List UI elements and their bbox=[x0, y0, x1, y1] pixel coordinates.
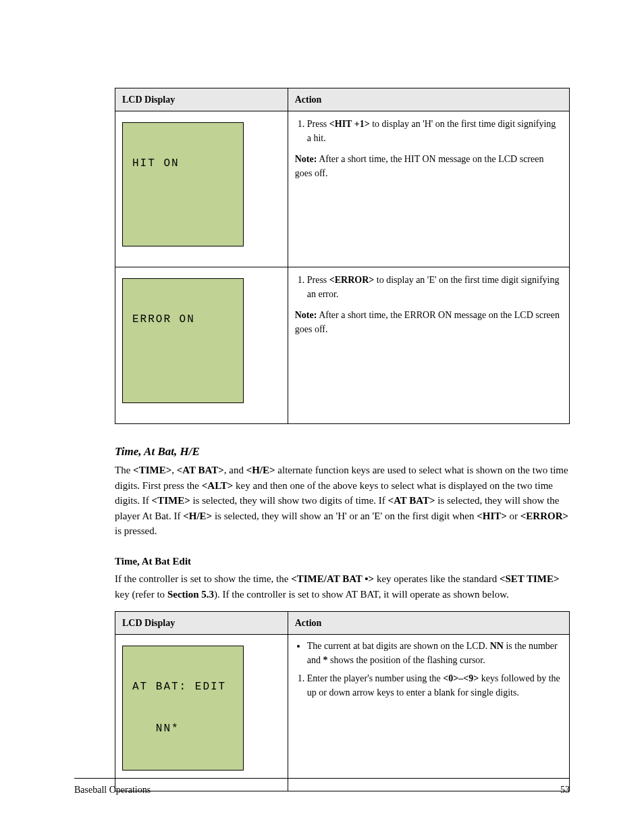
t: shows the position of the flashing curso… bbox=[327, 655, 485, 665]
footer-left: Baseball Operations bbox=[74, 783, 151, 797]
lcd-line-2 bbox=[132, 199, 234, 213]
table-row: AT BAT: EDIT NN* The current at bat digi… bbox=[115, 635, 570, 791]
step-prefix: Press bbox=[307, 119, 329, 129]
section-title-time-atbat-he: Time, At Bat, H/E bbox=[115, 443, 570, 461]
key-ref: <HIT> bbox=[477, 511, 507, 521]
lcd-cell: AT BAT: EDIT NN* bbox=[115, 635, 288, 791]
lcd-cell: HIT ON bbox=[115, 111, 288, 267]
table-row: HIT ON Press <HIT +1> to display an 'H' … bbox=[115, 111, 570, 267]
action-step: Press <ERROR> to display an 'E' on the f… bbox=[307, 273, 562, 301]
action-note: Note: After a short time, the ERROR ON m… bbox=[295, 308, 562, 336]
step-prefix: Enter the player's number using the bbox=[307, 673, 444, 683]
header-action: Action bbox=[288, 612, 569, 635]
action-steps: Press <HIT +1> to display an 'H' on the … bbox=[307, 117, 562, 145]
lcd-display: HIT ON bbox=[122, 122, 244, 246]
t: NN bbox=[490, 641, 504, 651]
lcd-action-table-2: LCD Display Action AT BAT: EDIT NN* The … bbox=[115, 611, 570, 791]
page-footer: Baseball Operations 53 bbox=[74, 783, 570, 797]
key-ref: <ERROR> bbox=[520, 511, 568, 521]
step-key: <ERROR> bbox=[329, 275, 375, 285]
lcd-line-1: ERROR ON bbox=[132, 313, 234, 327]
t: The current at bat digits are shown on t… bbox=[307, 641, 490, 651]
key-ref: <H/E> bbox=[246, 465, 275, 475]
footer-rule bbox=[74, 778, 570, 779]
lcd-line-2: NN* bbox=[132, 722, 234, 736]
subsection-paragraph: If the controller is set to show the tim… bbox=[115, 571, 570, 602]
action-bullets: The current at bat digits are shown on t… bbox=[307, 639, 562, 667]
key-ref: <ALT> bbox=[202, 480, 234, 491]
header-lcd: LCD Display bbox=[115, 88, 288, 111]
action-steps: Enter the player's number using the <0>–… bbox=[307, 671, 562, 700]
header-lcd: LCD Display bbox=[115, 612, 288, 635]
header-action: Action bbox=[288, 88, 569, 111]
key-ref: <TIME> bbox=[133, 465, 171, 475]
table-header-row: LCD Display Action bbox=[115, 88, 570, 111]
key-ref: <TIME> bbox=[152, 495, 190, 506]
bullet-item: The current at bat digits are shown on t… bbox=[307, 639, 562, 667]
key-ref: <H/E> bbox=[183, 511, 212, 521]
key-ref: <SET TIME> bbox=[500, 573, 560, 584]
note-text: After a short time, the ERROR ON message… bbox=[295, 310, 560, 334]
note-label: Note: bbox=[295, 310, 317, 320]
table-header-row: LCD Display Action bbox=[115, 612, 570, 635]
action-note: Note: After a short time, the HIT ON mes… bbox=[295, 152, 562, 180]
subsection-title-time-atbat-edit: Time, At Bat Edit bbox=[115, 554, 570, 569]
action-step: Press <HIT +1> to display an 'H' on the … bbox=[307, 117, 562, 145]
lcd-display: ERROR ON bbox=[122, 278, 244, 402]
note-text: After a short time, the HIT ON message o… bbox=[295, 154, 544, 178]
key-ref: <TIME/AT BAT •> bbox=[291, 573, 374, 584]
lcd-line-1: HIT ON bbox=[132, 157, 234, 171]
lcd-action-table-1: LCD Display Action HIT ON Press <HIT +1>… bbox=[115, 88, 570, 424]
step-prefix: Press bbox=[307, 275, 329, 285]
action-cell: Press <HIT +1> to display an 'H' on the … bbox=[288, 111, 569, 267]
action-cell: The current at bat digits are shown on t… bbox=[288, 635, 569, 791]
lcd-line-2 bbox=[132, 355, 234, 369]
step-key: <0>–<9> bbox=[443, 673, 479, 683]
step-key: <HIT +1> bbox=[329, 119, 370, 129]
lcd-line-1: AT BAT: EDIT bbox=[132, 680, 234, 694]
action-cell: Press <ERROR> to display an 'E' on the f… bbox=[288, 267, 569, 423]
key-ref: <AT BAT> bbox=[177, 465, 224, 475]
section-paragraph: The <TIME>, <AT BAT>, and <H/E> alternat… bbox=[115, 463, 570, 539]
note-label: Note: bbox=[295, 154, 317, 164]
key-ref: <AT BAT> bbox=[388, 495, 435, 506]
action-step: Enter the player's number using the <0>–… bbox=[307, 671, 562, 700]
lcd-cell: ERROR ON bbox=[115, 267, 288, 423]
bold-ref: Section 5.3 bbox=[167, 589, 214, 600]
lcd-display: AT BAT: EDIT NN* bbox=[122, 646, 244, 770]
table-row: ERROR ON Press <ERROR> to display an 'E'… bbox=[115, 267, 570, 423]
footer-right: 53 bbox=[560, 783, 570, 797]
action-steps: Press <ERROR> to display an 'E' on the f… bbox=[307, 273, 562, 301]
